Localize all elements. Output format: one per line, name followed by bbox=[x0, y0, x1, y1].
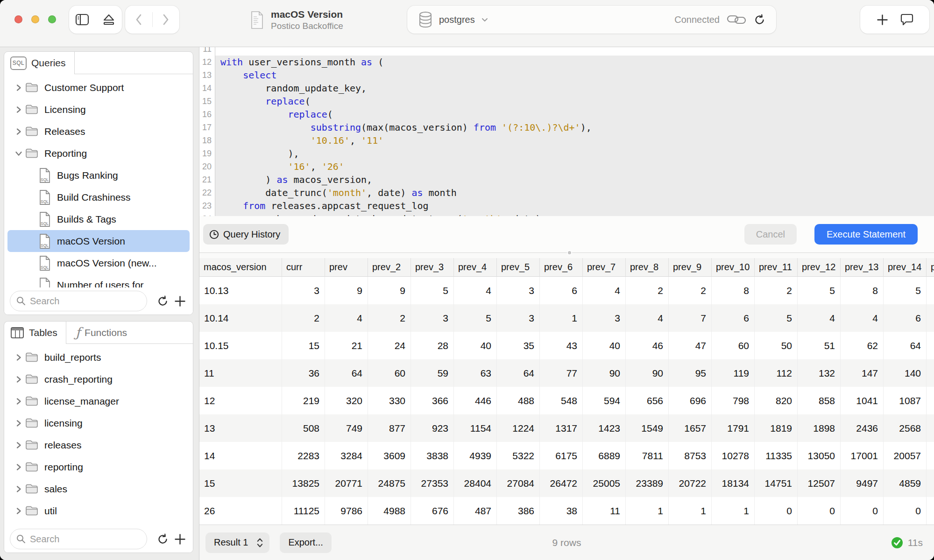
code-line-14[interactable]: 14 random_update_key, bbox=[199, 82, 934, 95]
table-row[interactable]: 1513825207712487527353284042708426472250… bbox=[199, 469, 934, 497]
chevron-right-icon[interactable] bbox=[14, 353, 23, 362]
refresh-queries-button[interactable] bbox=[155, 294, 170, 308]
toggle-sidebar-button[interactable] bbox=[69, 6, 96, 34]
code-line-21[interactable]: 21 ) as macos_version, bbox=[199, 173, 934, 186]
column-header-prev-12[interactable]: prev_12 bbox=[798, 258, 841, 277]
column-header-prev-3[interactable]: prev_3 bbox=[411, 258, 454, 277]
tables-search-input[interactable] bbox=[10, 529, 147, 549]
sidebar-item-macos-version[interactable]: SQLmacOS Version bbox=[7, 230, 190, 252]
code-line-15[interactable]: 15 replace( bbox=[199, 95, 934, 108]
chevron-right-icon[interactable] bbox=[14, 105, 23, 114]
reconnect-button[interactable] bbox=[753, 14, 766, 26]
code-line-16[interactable]: 16 replace( bbox=[199, 108, 934, 121]
result-selector[interactable]: Result 1 bbox=[205, 532, 269, 553]
chevron-right-icon[interactable] bbox=[14, 484, 23, 494]
column-header-prev-13[interactable]: prev_13 bbox=[841, 258, 884, 277]
code-line-23[interactable]: 23 from releases.appcast_request_log bbox=[199, 199, 934, 212]
code-line-18[interactable]: 18 '10.16', '11' bbox=[199, 134, 934, 147]
chevron-right-icon[interactable] bbox=[14, 441, 23, 450]
table-row[interactable]: 1350874987792311541224131714231549165717… bbox=[199, 414, 934, 442]
code-line-13[interactable]: 13 select bbox=[199, 69, 934, 82]
table-row[interactable]: 10.14242353134765446 bbox=[199, 304, 934, 332]
sidebar-item-reporting[interactable]: Reporting bbox=[7, 142, 190, 164]
sidebar-item-build-crashiness[interactable]: SQLBuild Crashiness bbox=[7, 186, 190, 208]
sidebar-item-builds-tags[interactable]: SQLBuilds & Tags bbox=[7, 208, 190, 230]
table-row[interactable]: 1422833284360938384939532261756889781187… bbox=[199, 442, 934, 469]
column-header-prev-15[interactable]: prev_15 bbox=[927, 258, 934, 277]
column-header-prev-5[interactable]: prev_5 bbox=[497, 258, 540, 277]
code-line-11[interactable]: 11 bbox=[199, 47, 934, 56]
minimize-button[interactable] bbox=[31, 15, 39, 23]
sidebar-item-macos-version-new[interactable]: SQLmacOS Version (new... bbox=[7, 252, 190, 274]
cell-value: 330 bbox=[368, 387, 411, 414]
sidebar-item-customer-support[interactable]: Customer Support bbox=[7, 77, 190, 98]
tab-functions[interactable]: ƒ Functions bbox=[76, 325, 127, 340]
sidebar-item-releases[interactable]: releases bbox=[7, 434, 190, 456]
table-row[interactable]: 26111259786498867648738638111110000 bbox=[199, 497, 934, 525]
feedback-button[interactable] bbox=[900, 6, 914, 34]
column-header-prev-2[interactable]: prev_2 bbox=[368, 258, 411, 277]
zoom-button[interactable] bbox=[48, 15, 56, 23]
sidebar-item-build-reports[interactable]: build_reports bbox=[7, 346, 190, 368]
add-query-button[interactable] bbox=[172, 294, 187, 308]
code-line-12[interactable]: 12with user_versions_month as ( bbox=[199, 56, 934, 69]
eject-button[interactable] bbox=[96, 6, 122, 34]
table-row[interactable]: 1221932033036644648854859465669679882085… bbox=[199, 387, 934, 414]
sidebar-item-sales[interactable]: sales bbox=[7, 478, 190, 500]
chevron-right-icon[interactable] bbox=[14, 397, 23, 406]
query-history-button[interactable]: Query History bbox=[203, 224, 289, 245]
sidebar-item-util[interactable]: util bbox=[7, 500, 190, 522]
refresh-tables-button[interactable] bbox=[155, 532, 170, 546]
code-line-24[interactable]: 24 group by random_update_key, date_trun… bbox=[199, 212, 934, 216]
queries-search-input[interactable] bbox=[10, 291, 147, 311]
column-header-prev-4[interactable]: prev_4 bbox=[454, 258, 497, 277]
code-line-22[interactable]: 22 date_trunc('month', date) as month bbox=[199, 186, 934, 199]
chevron-right-icon[interactable] bbox=[14, 127, 23, 136]
column-header-prev-7[interactable]: prev_7 bbox=[583, 258, 626, 277]
chevron-right-icon[interactable] bbox=[14, 506, 23, 516]
cell-value: 446 bbox=[454, 387, 497, 414]
back-button[interactable] bbox=[125, 6, 152, 34]
code-line-17[interactable]: 17 substring(max(macos_version) from '(?… bbox=[199, 121, 934, 134]
column-header-prev-10[interactable]: prev_10 bbox=[712, 258, 755, 277]
cancel-button[interactable]: Cancel bbox=[744, 224, 797, 245]
forward-button[interactable] bbox=[153, 6, 180, 34]
export-button[interactable]: Export... bbox=[280, 532, 331, 553]
table-row[interactable]: 1136646059636477909095119112132147140 bbox=[199, 359, 934, 387]
chevron-right-icon[interactable] bbox=[14, 83, 23, 92]
sidebar-item-bugs-ranking[interactable]: SQLBugs Ranking bbox=[7, 164, 190, 186]
item-label: reporting bbox=[44, 462, 83, 473]
tab-tables[interactable]: Tables bbox=[4, 322, 66, 344]
tab-queries[interactable]: SQL Queries bbox=[4, 52, 75, 74]
code-line-20[interactable]: 20 '16', '26' bbox=[199, 160, 934, 173]
column-header-prev[interactable]: prev bbox=[325, 258, 368, 277]
database-selector[interactable]: postgres bbox=[417, 11, 489, 28]
chevron-right-icon[interactable] bbox=[14, 462, 23, 472]
close-button[interactable] bbox=[14, 15, 22, 23]
column-header-prev-9[interactable]: prev_9 bbox=[669, 258, 712, 277]
execute-statement-button[interactable]: Execute Statement bbox=[814, 224, 918, 245]
sidebar-item-reporting[interactable]: reporting bbox=[7, 456, 190, 478]
sidebar-item-releases[interactable]: Releases bbox=[7, 120, 190, 142]
sidebar-item-licensing[interactable]: Licensing bbox=[7, 98, 190, 120]
resize-grabber[interactable] bbox=[567, 250, 572, 255]
new-item-button[interactable] bbox=[876, 6, 889, 34]
column-header-prev-14[interactable]: prev_14 bbox=[884, 258, 927, 277]
chevron-right-icon[interactable] bbox=[14, 419, 23, 428]
sql-editor[interactable]: 1112with user_versions_month as (13 sele… bbox=[199, 47, 934, 216]
sidebar-item-crash-reporting[interactable]: crash_reporting bbox=[7, 368, 190, 390]
chevron-right-icon[interactable] bbox=[14, 375, 23, 384]
column-header-curr[interactable]: curr bbox=[282, 258, 325, 277]
code-line-19[interactable]: 19 ), bbox=[199, 147, 934, 160]
column-header-macos-version[interactable]: macos_version bbox=[199, 258, 282, 277]
sidebar-item-number-of-users-for[interactable]: SQLNumber of users for bbox=[7, 274, 190, 287]
sidebar-item-licensing[interactable]: licensing bbox=[7, 412, 190, 434]
chevron-down-icon[interactable] bbox=[14, 149, 23, 158]
add-table-button[interactable] bbox=[172, 532, 187, 546]
column-header-prev-8[interactable]: prev_8 bbox=[626, 258, 669, 277]
column-header-prev-6[interactable]: prev_6 bbox=[540, 258, 583, 277]
table-row[interactable]: 10.15152124284035434046476050516264 bbox=[199, 332, 934, 359]
column-header-prev-11[interactable]: prev_11 bbox=[755, 258, 798, 277]
sidebar-item-license-manager[interactable]: license_manager bbox=[7, 390, 190, 412]
table-row[interactable]: 10.13399543642282585 bbox=[199, 277, 934, 304]
